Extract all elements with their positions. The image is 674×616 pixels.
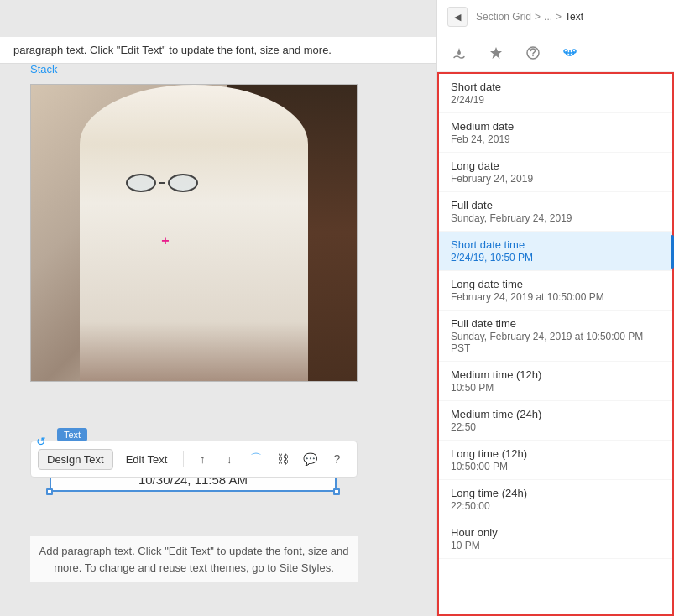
- paragraph-text: Add paragraph text. Click "Edit Text" to…: [30, 536, 358, 582]
- fashion-photo: +: [31, 85, 357, 381]
- hint-text: paragraph text. Click "Edit Text" to upd…: [0, 37, 436, 64]
- scrollbar[interactable]: [671, 235, 674, 269]
- date-format-value: February 24, 2019 at 10:50:00 PM: [451, 291, 661, 303]
- panel-tabs: [437, 34, 674, 72]
- date-format-label: Long date time: [451, 278, 661, 290]
- date-format-item[interactable]: Full date timeSunday, February 24, 2019 …: [439, 311, 672, 362]
- date-format-item[interactable]: Full dateSunday, February 24, 2019: [439, 192, 672, 232]
- right-panel: ◀ Section Grid > ... > Text: [436, 0, 674, 616]
- date-format-value: Sunday, February 24, 2019: [451, 212, 661, 224]
- crosshair-cursor: +: [161, 233, 169, 248]
- date-format-item[interactable]: Long dateFebruary 24, 2019: [439, 153, 672, 192]
- date-format-label: Full date: [451, 199, 661, 211]
- date-format-label: Long time (24h): [451, 487, 661, 499]
- date-format-label: Medium date: [451, 120, 661, 133]
- collapse-button[interactable]: ◀: [447, 7, 468, 27]
- date-format-value: 10:50 PM: [451, 382, 661, 394]
- date-format-label: Hour only: [451, 526, 661, 539]
- text-tag: Text: [57, 428, 87, 441]
- person-silhouette: [80, 85, 308, 381]
- undo-icon[interactable]: ↺: [36, 435, 46, 448]
- date-format-item[interactable]: Long time (12h)10:50:00 PM: [439, 441, 672, 480]
- toolbar-separator-1: [183, 451, 184, 467]
- handle-bottom-left: [46, 488, 53, 495]
- date-format-list[interactable]: Short date2/24/19Medium dateFeb 24, 2019…: [437, 72, 674, 616]
- date-format-value: 22:50: [451, 421, 661, 433]
- date-format-item[interactable]: Long date timeFebruary 24, 2019 at 10:50…: [439, 271, 672, 311]
- breadcrumb-parent: Section Grid: [476, 11, 531, 23]
- bottom-toolbar: Design Text Edit Text ↑ ↓ ⌒ ⛓ 💬 ?: [30, 441, 358, 478]
- link-style-button[interactable]: ⌒: [244, 447, 268, 471]
- date-format-value: 10 PM: [451, 540, 661, 551]
- date-format-label: Short date time: [451, 238, 661, 251]
- date-format-item[interactable]: Long time (24h)22:50:00: [439, 480, 672, 519]
- date-format-label: Short date: [451, 81, 661, 93]
- date-format-label: Medium time (24h): [451, 408, 661, 420]
- date-format-item[interactable]: Medium time (12h)10:50 PM: [439, 362, 672, 401]
- date-format-item[interactable]: Medium time (24h)22:50: [439, 401, 672, 441]
- date-format-item[interactable]: Short date time2/24/19, 10:50 PM: [439, 232, 672, 271]
- breadcrumb-current: Text: [565, 11, 583, 23]
- date-format-value: 2/24/19: [451, 94, 661, 106]
- date-format-label: Medium time (12h): [451, 368, 661, 381]
- panel-header: ◀ Section Grid > ... > Text: [437, 0, 674, 34]
- date-format-value: 10:50:00 PM: [451, 461, 661, 472]
- date-format-item[interactable]: Medium dateFeb 24, 2019: [439, 113, 672, 153]
- move-up-button[interactable]: ↑: [191, 447, 214, 471]
- stack-link[interactable]: Stack: [30, 63, 58, 76]
- help-button[interactable]: ?: [325, 447, 348, 471]
- date-format-value: February 24, 2019: [451, 173, 661, 185]
- date-format-item[interactable]: Hour only10 PM: [439, 519, 672, 559]
- date-format-value: 22:50:00: [451, 500, 661, 512]
- date-format-label: Full date time: [451, 317, 661, 330]
- tab-link[interactable]: [558, 41, 582, 65]
- breadcrumb-sep2: >: [556, 11, 562, 23]
- breadcrumb: Section Grid > ... > Text: [476, 11, 583, 23]
- tab-animation[interactable]: [484, 41, 508, 65]
- svg-point-0: [457, 51, 461, 55]
- move-down-button[interactable]: ↓: [217, 447, 241, 471]
- date-format-label: Long time (12h): [451, 447, 661, 460]
- date-format-value: Sunday, February 24, 2019 at 10:50:00 PM…: [451, 331, 661, 354]
- date-format-label: Long date: [451, 159, 661, 172]
- link-button[interactable]: ⛓: [271, 447, 295, 471]
- date-format-value: Feb 24, 2019: [451, 133, 661, 145]
- edit-text-button[interactable]: Edit Text: [117, 449, 177, 470]
- breadcrumb-sep1: >: [535, 11, 541, 23]
- tab-help[interactable]: [521, 41, 545, 65]
- breadcrumb-middle: ...: [544, 11, 552, 23]
- svg-point-2: [532, 55, 534, 57]
- date-format-value: 2/24/19, 10:50 PM: [451, 252, 661, 264]
- comment-button[interactable]: 💬: [298, 447, 321, 471]
- date-format-item[interactable]: Short date2/24/19: [439, 74, 672, 113]
- handle-bottom-right: [333, 488, 340, 495]
- tab-design[interactable]: [447, 41, 471, 65]
- design-text-button[interactable]: Design Text: [38, 449, 113, 470]
- canvas-area: paragraph text. Click "Edit Text" to upd…: [0, 0, 436, 616]
- canvas-image: +: [30, 84, 358, 382]
